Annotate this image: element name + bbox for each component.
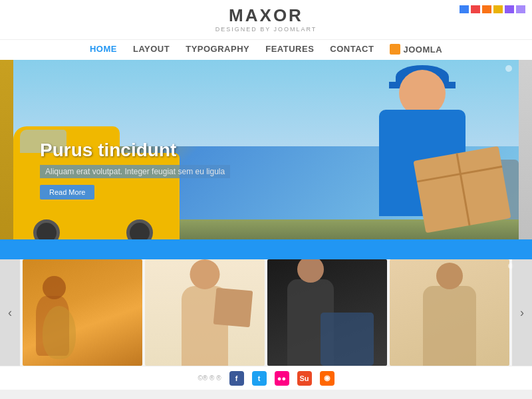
thumbnail-4[interactable]: [390, 259, 509, 366]
footer: ©® ® ® f t ●● Su ◉: [0, 366, 532, 390]
navbar: HOME LAYOUT TYPOGRAPHY FEATURES CONTACT …: [0, 40, 532, 60]
hero-text-block: Purus tincidunt Aliquam erat volutpat. I…: [40, 140, 230, 200]
hero-wrapper: Purus tincidunt Aliquam erat volutpat. I…: [0, 60, 532, 239]
header: MAXOR DESIGNED BY JOOMLART: [0, 0, 532, 40]
swatch-lavender[interactable]: [516, 5, 525, 13]
hero-read-more-button[interactable]: Read More: [40, 185, 94, 200]
social-flickr[interactable]: ●●: [275, 371, 289, 386]
man-box: [413, 146, 511, 233]
hero-title: Purus tincidunt: [40, 140, 230, 161]
thumbnails-container: [20, 259, 512, 366]
swatch-purple[interactable]: [505, 5, 514, 13]
swatch-blue[interactable]: [460, 5, 469, 13]
hero-slide-indicator: [505, 65, 512, 72]
next-arrow[interactable]: ›: [512, 259, 532, 366]
logo-subtitle: DESIGNED BY JOOMLART: [0, 26, 532, 33]
joomla-icon: [390, 44, 400, 55]
footer-copyright: ©® ® ®: [198, 374, 221, 382]
side-panel-right: [519, 60, 532, 239]
thumbnails-wrapper: ‹ ›: [0, 259, 532, 366]
van-wheel-right: [126, 219, 153, 239]
nav-joomla[interactable]: JOOMLA: [390, 44, 442, 55]
nav-features[interactable]: FEATURES: [265, 44, 314, 55]
thumbnail-3[interactable]: [267, 259, 387, 366]
social-twitter[interactable]: t: [252, 371, 267, 386]
nav-contact[interactable]: CONTACT: [330, 44, 374, 55]
social-rss[interactable]: ◉: [320, 371, 334, 386]
nav-typography[interactable]: TYPOGRAPHY: [186, 44, 249, 55]
nav-home[interactable]: HOME: [90, 44, 117, 55]
thumbnail-1[interactable]: [23, 259, 142, 366]
van-wheel-left: [33, 219, 60, 239]
blue-section: [0, 239, 532, 259]
color-bar: [460, 5, 525, 13]
nav-layout[interactable]: LAYOUT: [133, 44, 170, 55]
hero-subtitle: Aliquam erat volutpat. Integer feugiat s…: [40, 165, 230, 178]
side-panel-left: [0, 60, 13, 239]
prev-arrow[interactable]: ‹: [0, 259, 20, 366]
thumbnail-2[interactable]: [145, 259, 265, 366]
swatch-red[interactable]: [471, 5, 480, 13]
swatch-orange[interactable]: [482, 5, 491, 13]
logo-title[interactable]: MAXOR: [0, 5, 532, 26]
social-stumbleupon[interactable]: Su: [297, 371, 312, 386]
social-facebook[interactable]: f: [229, 371, 244, 386]
swatch-yellow[interactable]: [493, 5, 503, 13]
hero-banner: Purus tincidunt Aliquam erat volutpat. I…: [13, 60, 519, 239]
